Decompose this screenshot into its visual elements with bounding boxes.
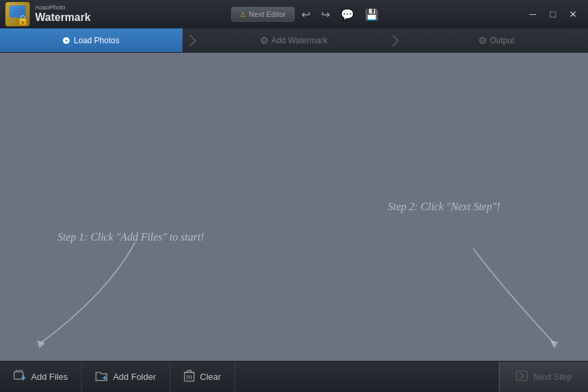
redo-icon: ↪ bbox=[321, 8, 330, 21]
clear-icon bbox=[184, 370, 195, 385]
next-step-button[interactable]: Next Step bbox=[499, 362, 588, 392]
chat-icon: 💬 bbox=[341, 8, 354, 21]
add-folder-icon bbox=[95, 370, 107, 385]
step-arrow-2 bbox=[385, 28, 406, 52]
close-button[interactable]: ✕ bbox=[564, 7, 583, 22]
app-title: Watermark bbox=[35, 11, 91, 24]
svg-marker-0 bbox=[37, 340, 45, 348]
clear-label: Clear bbox=[200, 372, 221, 382]
title-text: AoaoPhoto Watermark bbox=[35, 5, 91, 24]
minimize-button[interactable]: ─ bbox=[523, 7, 542, 22]
toolbar-spacer bbox=[235, 362, 499, 392]
next-step-icon bbox=[516, 370, 528, 383]
bottom-toolbar: Add Files Add Folder Clear bbox=[0, 361, 588, 392]
clear-button[interactable]: Clear bbox=[170, 362, 235, 392]
svg-marker-1 bbox=[550, 341, 558, 348]
app-subtitle: AoaoPhoto bbox=[35, 5, 91, 11]
step-add-watermark[interactable]: Add Watermark bbox=[203, 28, 385, 52]
minimize-icon: ─ bbox=[529, 9, 536, 20]
title-bar: AoaoPhoto Watermark Next Editor ↩ ↪ 💬 💾 … bbox=[0, 0, 588, 28]
save-icon: 💾 bbox=[365, 8, 378, 21]
add-folder-button[interactable]: Add Folder bbox=[82, 362, 170, 392]
step-label-load-photos: Load Photos bbox=[74, 36, 119, 45]
maximize-icon: □ bbox=[550, 9, 556, 20]
chat-button[interactable]: 💬 bbox=[337, 5, 358, 24]
add-files-label: Add Files bbox=[31, 372, 68, 382]
step-arrow-1 bbox=[182, 28, 203, 52]
title-center: Next Editor ↩ ↪ 💬 💾 bbox=[231, 5, 382, 24]
steps-bar: Load Photos Add Watermark Output bbox=[0, 28, 588, 53]
next-editor-button[interactable]: Next Editor bbox=[231, 7, 294, 22]
add-files-button[interactable]: Add Files bbox=[0, 362, 82, 392]
step-load-photos[interactable]: Load Photos bbox=[0, 28, 182, 52]
step-dot-load-photos bbox=[63, 37, 70, 44]
step-label-add-watermark: Add Watermark bbox=[272, 36, 328, 45]
close-icon: ✕ bbox=[569, 9, 577, 20]
step2-instruction: Step 2: Click "Next Step"! bbox=[388, 201, 500, 213]
step1-instruction: Step 1: Click "Add Files" to start! bbox=[57, 231, 204, 243]
step-dot-add-watermark bbox=[261, 37, 268, 44]
app-logo bbox=[5, 2, 30, 26]
redo-button[interactable]: ↪ bbox=[317, 5, 334, 24]
add-files-icon bbox=[14, 370, 26, 385]
svg-rect-15 bbox=[516, 371, 527, 381]
title-left: AoaoPhoto Watermark bbox=[5, 2, 91, 26]
undo-icon: ↩ bbox=[301, 8, 310, 21]
maximize-button[interactable]: □ bbox=[543, 7, 562, 22]
step-output[interactable]: Output bbox=[406, 28, 588, 52]
add-folder-label: Add Folder bbox=[113, 372, 156, 382]
undo-button[interactable]: ↩ bbox=[297, 5, 314, 24]
window-controls: ─ □ ✕ bbox=[523, 7, 583, 22]
main-content: Step 1: Click "Add Files" to start! Step… bbox=[0, 53, 588, 361]
save-button[interactable]: 💾 bbox=[361, 5, 383, 24]
next-step-label: Next Step bbox=[533, 372, 572, 382]
step-dot-output bbox=[479, 37, 486, 44]
step-label-output: Output bbox=[490, 36, 514, 45]
